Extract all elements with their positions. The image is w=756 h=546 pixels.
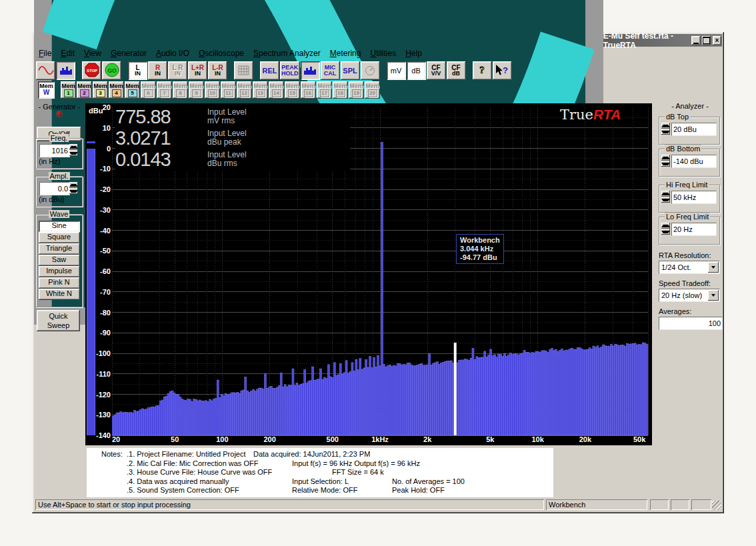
lo-freq-down[interactable] [661, 229, 670, 235]
menu-item-file[interactable]: File [34, 47, 56, 60]
db-top-up[interactable] [661, 123, 670, 129]
db-top-spinner[interactable] [661, 123, 670, 135]
hi-freq-spinner[interactable] [661, 191, 670, 203]
mem-11-button[interactable]: Mem11 [221, 81, 236, 99]
freq-spin-down[interactable] [69, 150, 78, 156]
mem-15-button[interactable]: Mem15 [285, 81, 300, 99]
hi-freq-down[interactable] [661, 197, 670, 203]
mem-12-button[interactable]: Mem12 [237, 81, 252, 99]
mem-17-num: 17 [320, 89, 329, 97]
lo-freq-up[interactable] [661, 223, 670, 229]
title-bar[interactable]: E-Mu Self test.rta - TrueRTA × [34, 34, 722, 47]
toolbar-peak-hold-button[interactable]: PEAKHOLD [280, 61, 300, 80]
toolbar-spl-button[interactable]: SPL [341, 61, 360, 80]
speed-tradeoff-dropdown-arrow[interactable] [708, 290, 719, 301]
menu-item-audio-i-o[interactable]: Audio I/O [151, 47, 194, 60]
mem-4-button[interactable]: Mem4 [109, 81, 124, 99]
mem-16-button[interactable]: Mem16 [301, 81, 316, 99]
mem-2-button[interactable]: Mem2 [77, 81, 92, 99]
menu-item-metering[interactable]: Metering [325, 47, 366, 60]
mem-w-button[interactable]: MemW [38, 81, 55, 99]
hi-freq-input[interactable] [671, 191, 717, 204]
toolbar-spectrum-view-button[interactable] [56, 61, 75, 80]
menu-item-generator[interactable]: Generator [106, 47, 151, 60]
menu-item-help[interactable]: Help [401, 47, 427, 60]
db-top-input[interactable] [671, 123, 717, 136]
db-bottom-down[interactable] [661, 161, 670, 167]
rta-resolution-select[interactable]: 1/24 Oct. [659, 261, 720, 274]
toolbar-input-l-minus-r-button[interactable]: L-RIN [208, 61, 227, 80]
menu-item-oscilloscope[interactable]: Oscilloscope [194, 47, 249, 60]
toolbar-context-help-button[interactable]: ? [493, 61, 512, 80]
wave-triangle-button[interactable]: Triangle [39, 243, 80, 255]
maximize-button[interactable] [702, 36, 711, 45]
lo-freq-spinner[interactable] [661, 223, 670, 235]
menu-item-spectrum-analyzer[interactable]: Spectrum Analyzer [249, 47, 325, 60]
toolbar-input-right-line2: IN [155, 71, 161, 77]
mem-14-button[interactable]: Mem14 [269, 81, 284, 99]
wave-square-button[interactable]: Square [39, 232, 80, 243]
mem-13-button[interactable]: Mem13 [253, 81, 268, 99]
toolbar-input-right-button[interactable]: RIN [148, 61, 167, 80]
mem-1-button[interactable]: Mem1 [61, 81, 76, 99]
toolbar-units-mv-button[interactable]: mV [387, 61, 406, 80]
mem-8-button[interactable]: Mem8 [173, 81, 188, 99]
db-top-down[interactable] [661, 129, 670, 135]
wave-sine-button[interactable]: Sine [39, 221, 80, 232]
ampl-spin-up[interactable] [69, 182, 78, 188]
toolbar-go-button[interactable]: GO [102, 61, 121, 80]
hi-freq-up[interactable] [661, 191, 670, 197]
toolbar-rel-button[interactable]: REL [260, 61, 279, 80]
quick-sweep-button[interactable]: Quick Sweep [37, 310, 80, 331]
freq-input[interactable] [39, 144, 70, 157]
toolbar-input-l-r-button[interactable]: L RIN [168, 61, 187, 80]
speed-tradeoff-select[interactable]: 20 Hz (slow) [659, 289, 720, 302]
wave-saw-button[interactable]: Saw [39, 255, 80, 266]
menu-item-edit[interactable]: Edit [56, 47, 79, 60]
mem-20-button[interactable]: Mem20 [365, 81, 380, 99]
toolbar-rta-bars-button[interactable] [301, 61, 320, 80]
mem-17-button[interactable]: Mem17 [317, 81, 332, 99]
toolbar-input-left-button[interactable]: LIN [128, 61, 147, 80]
wave-pink-n-button[interactable]: Pink N [39, 277, 80, 289]
mem-9-top: Mem [189, 83, 204, 89]
wave-impulse-button[interactable]: Impulse [39, 266, 80, 277]
toolbar-cf-db-button[interactable]: CFdB [447, 61, 466, 80]
ampl-spinner[interactable] [69, 182, 78, 194]
lo-freq-input[interactable] [671, 223, 717, 236]
rta-resolution-dropdown-arrow[interactable] [708, 262, 719, 273]
mem-9-button[interactable]: Mem9 [189, 81, 204, 99]
toolbar-meter-view-button[interactable] [361, 61, 380, 80]
ampl-input[interactable] [39, 182, 70, 195]
mem-6-button[interactable]: Mem6 [141, 81, 156, 99]
cursor-line[interactable] [454, 343, 457, 435]
mem-7-button[interactable]: Mem7 [157, 81, 172, 99]
db-bottom-input[interactable] [671, 155, 717, 168]
menu-item-view[interactable]: View [79, 47, 106, 60]
db-bottom-spinner[interactable] [661, 155, 670, 167]
freq-spin-up[interactable] [69, 144, 78, 150]
toolbar-generator-view-button[interactable] [36, 61, 55, 80]
toolbar-stop-button[interactable]: STOP [82, 61, 101, 80]
toolbar-input-l-plus-r-button[interactable]: L+RIN [188, 61, 207, 80]
menu-item-utilities[interactable]: Utilities [365, 47, 401, 60]
freq-spinner[interactable] [69, 144, 78, 156]
minimize-button[interactable] [691, 36, 700, 45]
close-button[interactable]: × [713, 36, 721, 45]
toolbar-units-db-button[interactable]: dB [407, 61, 426, 80]
toolbar-cf-vv-button[interactable]: CFV/V [427, 61, 446, 80]
mem-18-button[interactable]: Mem18 [333, 81, 348, 99]
toolbar-grid-toggle-button[interactable] [234, 61, 253, 80]
mem-10-button[interactable]: Mem10 [205, 81, 220, 99]
toolbar-help-button[interactable]: ? [473, 61, 492, 80]
toolbar-mic-cal-button[interactable]: MICCAL [321, 61, 340, 80]
wave-white-n-button[interactable]: White N [39, 289, 80, 300]
resize-grip[interactable] [712, 501, 721, 510]
ampl-spin-down[interactable] [69, 188, 78, 194]
mem-3-button[interactable]: Mem3 [93, 81, 108, 99]
averages-input[interactable] [659, 317, 723, 330]
db-bottom-up[interactable] [661, 155, 670, 161]
notes-label: Notes: [101, 450, 123, 458]
mem-5-button[interactable]: Mem5 [125, 81, 140, 99]
mem-19-button[interactable]: Mem19 [349, 81, 364, 99]
